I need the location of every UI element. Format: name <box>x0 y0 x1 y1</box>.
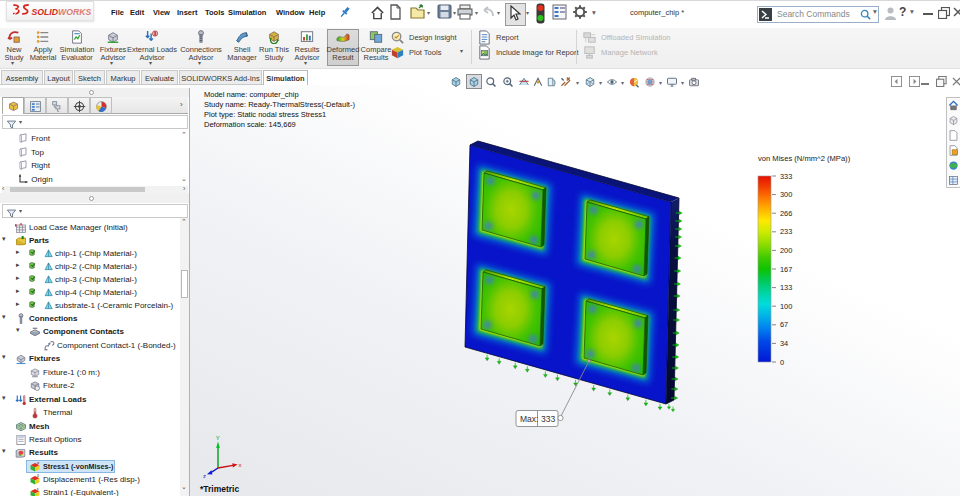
svg-text:34: 34 <box>780 339 788 348</box>
svg-text:δ: δ <box>37 474 39 478</box>
svg-text:100: 100 <box>780 302 792 311</box>
svg-text:233: 233 <box>780 227 792 236</box>
svg-text:Max:: Max: <box>520 414 538 424</box>
svg-text:SOLIDWORKS: SOLIDWORKS <box>32 7 92 17</box>
svg-text:266: 266 <box>780 209 792 218</box>
svg-text:z: z <box>203 473 206 479</box>
svg-text:200: 200 <box>780 246 792 255</box>
svg-text:Y: Y <box>216 435 220 441</box>
svg-text:333: 333 <box>780 172 792 181</box>
svg-text:333: 333 <box>541 414 555 424</box>
svg-text:167: 167 <box>780 265 792 274</box>
svg-text:67: 67 <box>780 320 788 329</box>
svg-text:x: x <box>239 462 242 468</box>
svg-text:0: 0 <box>780 358 784 367</box>
svg-text:von Mises (N/mm^2 (MPa)): von Mises (N/mm^2 (MPa)) <box>758 154 851 163</box>
svg-text:*Trimetric: *Trimetric <box>200 484 239 494</box>
svg-text:300: 300 <box>780 190 792 199</box>
svg-text:σ: σ <box>37 461 40 465</box>
svg-text:133: 133 <box>780 283 792 292</box>
